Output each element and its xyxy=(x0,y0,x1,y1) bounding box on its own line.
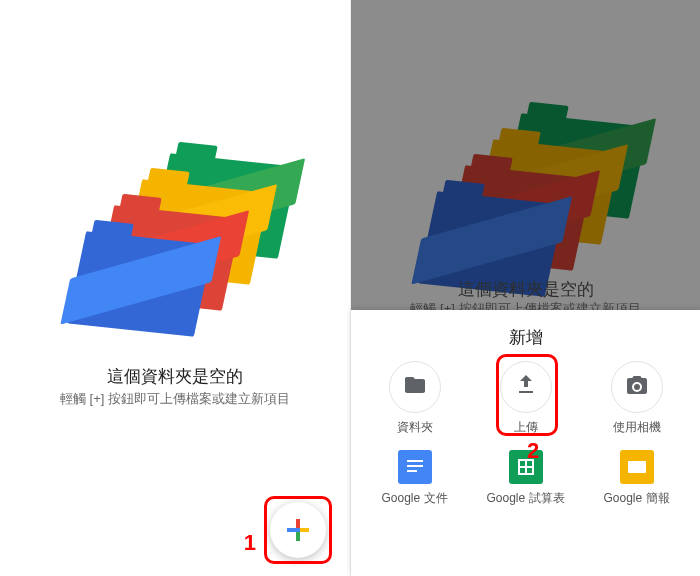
option-label: 上傳 xyxy=(514,419,538,436)
empty-state-title: 這個資料夾是空的 xyxy=(0,365,350,388)
plus-icon xyxy=(284,516,312,544)
option-label: 資料夾 xyxy=(397,419,433,436)
sheet-title: 新增 xyxy=(351,310,700,361)
create-options-grid: 資料夾 上傳 使用相機 Goog xyxy=(351,361,700,507)
option-google-docs[interactable]: Google 文件 xyxy=(359,450,470,507)
option-label: Google 試算表 xyxy=(486,490,564,507)
option-camera[interactable]: 使用相機 xyxy=(581,361,692,436)
empty-drive-screen: 這個資料夾是空的 輕觸 [+] 按鈕即可上傳檔案或建立新項目 1 xyxy=(0,0,350,576)
empty-state-subtitle: 輕觸 [+] 按鈕即可上傳檔案或建立新項目 xyxy=(0,390,350,408)
create-fab[interactable] xyxy=(270,502,326,558)
option-google-sheets[interactable]: Google 試算表 xyxy=(470,450,581,507)
docs-icon xyxy=(398,450,432,484)
empty-folders-illustration xyxy=(426,120,626,300)
svg-rect-1 xyxy=(296,532,300,541)
empty-folders-illustration xyxy=(75,160,275,340)
option-google-slides[interactable]: Google 簡報 xyxy=(581,450,692,507)
slides-icon xyxy=(620,450,654,484)
option-folder[interactable]: 資料夾 xyxy=(359,361,470,436)
folder-icon xyxy=(403,373,427,401)
camera-icon xyxy=(625,373,649,401)
empty-state-title-dimmed: 這個資料夾是空的 xyxy=(351,278,700,301)
svg-rect-3 xyxy=(300,528,309,532)
callout-number-1: 1 xyxy=(244,530,256,556)
svg-rect-4 xyxy=(296,528,300,532)
option-label: Google 文件 xyxy=(381,490,447,507)
option-upload[interactable]: 上傳 xyxy=(470,361,581,436)
option-label: Google 簡報 xyxy=(603,490,669,507)
svg-rect-0 xyxy=(296,519,300,528)
svg-rect-2 xyxy=(287,528,296,532)
create-sheet-screen: 這個資料夾是空的 輕觸 [+] 按鈕即可上傳檔案或建立新項目 新增 資料夾 xyxy=(350,0,700,576)
option-label: 使用相機 xyxy=(613,419,661,436)
create-bottom-sheet: 新增 資料夾 上傳 xyxy=(351,310,700,576)
upload-icon xyxy=(514,373,538,401)
callout-number-2: 2 xyxy=(527,438,539,464)
